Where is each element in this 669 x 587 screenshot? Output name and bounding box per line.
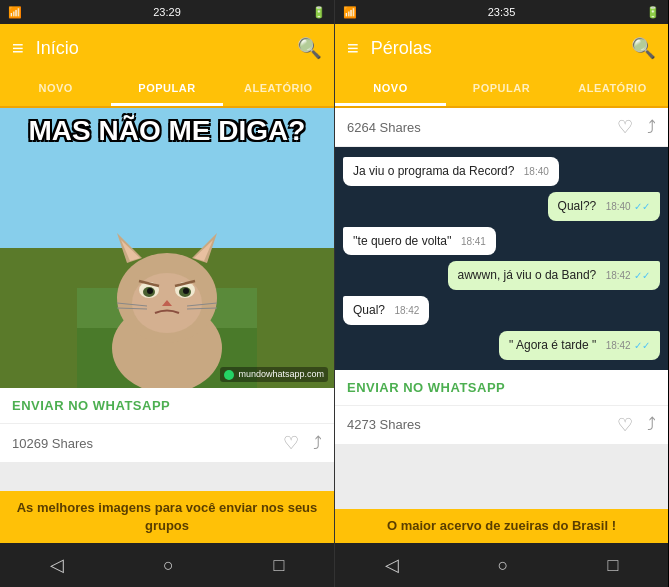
chat-msg-5: Qual? 18:42 xyxy=(343,296,429,325)
tabs-right: NOVO POPULAR ALEATÓRIO xyxy=(335,72,668,108)
menu-button-right[interactable]: ≡ xyxy=(347,37,359,60)
watermark: mundowhatsapp.com xyxy=(220,367,328,382)
content-left: MAS NÃO ME DIGA? xyxy=(0,108,334,491)
shares-count-left: 10269 Shares xyxy=(12,436,283,451)
status-icons-left: 📶 xyxy=(8,6,22,19)
chat-msg-6: " Agora é tarde " 18:42 ✓✓ xyxy=(499,331,660,360)
action-icons-right: ♡ ⤴ xyxy=(617,414,656,436)
status-time-left: 23:29 xyxy=(153,6,181,18)
shares-row-right: 4273 Shares ♡ ⤴ xyxy=(335,406,668,444)
home-button-right[interactable]: ○ xyxy=(482,547,525,584)
bottom-banner-right: O maior acervo de zueiras do Brasil ! xyxy=(335,509,668,543)
recent-button-left[interactable]: □ xyxy=(257,547,300,584)
content-right: 6264 Shares ♡ ⤴ Ja viu o programa da Rec… xyxy=(335,108,668,509)
tab-aleatorio-right[interactable]: ALEATÓRIO xyxy=(557,72,668,106)
menu-button-left[interactable]: ≡ xyxy=(12,37,24,60)
app-title-left: Início xyxy=(36,38,285,59)
nav-bar-left: ◁ ○ □ xyxy=(0,543,334,587)
chat-msg-4: awwwn, já viu o da Band? 18:42 ✓✓ xyxy=(448,261,660,290)
app-title-right: Pérolas xyxy=(371,38,619,59)
status-icons-right: 📶 xyxy=(343,6,357,19)
bottom-banner-left: As melhores imagens para você enviar nos… xyxy=(0,491,334,543)
chat-msg-2: Qual?? 18:40 ✓✓ xyxy=(548,192,660,221)
screen-left: 📶 23:29 🔋 ≡ Início 🔍 NOVO POPULAR ALEATÓ… xyxy=(0,0,334,587)
app-bar-left: ≡ Início 🔍 xyxy=(0,24,334,72)
tabs-left: NOVO POPULAR ALEATÓRIO xyxy=(0,72,334,108)
send-whatsapp-left[interactable]: ENVIAR NO WHATSAPP xyxy=(0,388,334,424)
nav-bar-right: ◁ ○ □ xyxy=(335,543,668,587)
home-button-left[interactable]: ○ xyxy=(147,547,190,584)
battery-icon-right: 🔋 xyxy=(646,6,660,19)
action-icons-left: ♡ ⤴ xyxy=(283,432,322,454)
status-right-left: 🔋 xyxy=(312,6,326,19)
back-button-left[interactable]: ◁ xyxy=(34,546,80,584)
share-button-right[interactable]: ⤴ xyxy=(647,414,656,435)
search-button-right[interactable]: 🔍 xyxy=(631,36,656,60)
tab-popular-left[interactable]: POPULAR xyxy=(111,72,222,106)
cat-illustration xyxy=(77,188,257,388)
screen-right: 📶 23:35 🔋 ≡ Pérolas 🔍 NOVO POPULAR ALEAT… xyxy=(334,0,668,587)
chat-container: Ja viu o programa da Record? 18:40 Qual?… xyxy=(335,147,668,370)
back-button-right[interactable]: ◁ xyxy=(369,546,415,584)
tab-aleatorio-left[interactable]: ALEATÓRIO xyxy=(223,72,334,106)
chat-card: 6264 Shares ♡ ⤴ Ja viu o programa da Rec… xyxy=(335,108,668,444)
signal-icon: 📶 xyxy=(8,6,22,19)
status-bar-right: 📶 23:35 🔋 xyxy=(335,0,668,24)
shares-count-right: 4273 Shares xyxy=(347,417,617,432)
top-action-icons: ♡ ⤴ xyxy=(617,116,656,138)
shares-row-left: 10269 Shares ♡ ⤴ xyxy=(0,424,334,462)
search-button-left[interactable]: 🔍 xyxy=(297,36,322,60)
svg-point-13 xyxy=(147,288,153,294)
watermark-icon xyxy=(224,370,234,380)
like-button-left[interactable]: ♡ xyxy=(283,432,299,454)
chat-msg-1: Ja viu o programa da Record? 18:40 xyxy=(343,157,559,186)
status-time-right: 23:35 xyxy=(488,6,516,18)
send-whatsapp-right[interactable]: ENVIAR NO WHATSAPP xyxy=(335,370,668,406)
recent-button-right[interactable]: □ xyxy=(592,547,635,584)
app-bar-right: ≡ Pérolas 🔍 xyxy=(335,24,668,72)
tab-novo-right[interactable]: NOVO xyxy=(335,72,446,106)
top-shares-count: 6264 Shares xyxy=(347,120,617,135)
status-right-right: 🔋 xyxy=(646,6,660,19)
share-button-left[interactable]: ⤴ xyxy=(313,433,322,454)
chat-msg-3: ''te quero de volta'' 18:41 xyxy=(343,227,496,256)
like-button-right[interactable]: ♡ xyxy=(617,414,633,436)
tab-popular-right[interactable]: POPULAR xyxy=(446,72,557,106)
battery-icon-left: 🔋 xyxy=(312,6,326,19)
share-button-top[interactable]: ⤴ xyxy=(647,117,656,138)
status-bar-left: 📶 23:29 🔋 xyxy=(0,0,334,24)
svg-point-14 xyxy=(183,288,189,294)
signal-icon-right: 📶 xyxy=(343,6,357,19)
like-button-top[interactable]: ♡ xyxy=(617,116,633,138)
tab-novo-left[interactable]: NOVO xyxy=(0,72,111,106)
grumpy-scene: MAS NÃO ME DIGA? xyxy=(0,108,334,388)
meme-image-left: MAS NÃO ME DIGA? xyxy=(0,108,334,388)
top-shares-row: 6264 Shares ♡ ⤴ xyxy=(335,108,668,147)
meme-card-left: MAS NÃO ME DIGA? xyxy=(0,108,334,462)
meme-text: MAS NÃO ME DIGA? xyxy=(0,116,334,147)
